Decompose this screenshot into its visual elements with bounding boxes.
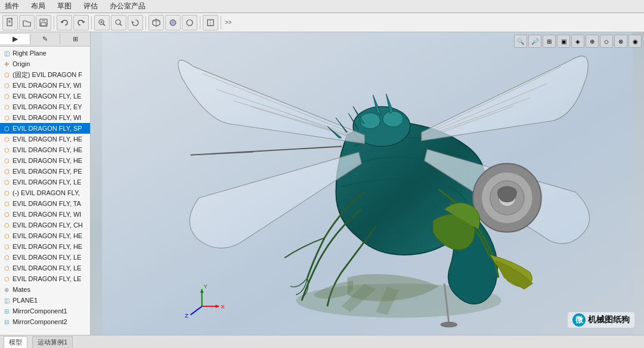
open-button[interactable]	[19, 15, 35, 30]
tree-label-item18: EVIL DRAGON FLY, LE	[13, 254, 81, 261]
tree-item-6-selected[interactable]: ⬡ EVIL DRAGON FLY, SP	[0, 123, 90, 134]
tree-label-mirror2: MirrorComponent2	[13, 318, 67, 325]
svg-line-11	[120, 24, 122, 26]
redo-button[interactable]	[73, 15, 89, 30]
vp-camera[interactable]: ◉	[628, 35, 642, 48]
tree-item-3[interactable]: ⬡ EVIL DRAGON FLY, LE	[0, 91, 90, 101]
svg-point-16	[187, 20, 193, 26]
plane1-icon: ◫	[2, 296, 11, 304]
separator-1	[54, 16, 54, 29]
undo-button[interactable]	[57, 15, 72, 30]
menu-layout[interactable]: 布局	[29, 0, 48, 13]
tree-item-origin[interactable]: ✛ Origin	[0, 58, 90, 69]
zoom-fit-button[interactable]	[111, 15, 126, 30]
watermark: 微 机械图纸狗	[568, 312, 634, 328]
vp-display-mode[interactable]: ◈	[571, 35, 584, 48]
svg-rect-4	[42, 19, 45, 21]
menu-evaluate[interactable]: 评估	[81, 0, 100, 13]
tree-item-18[interactable]: ⬡ EVIL DRAGON FLY, LE	[0, 252, 90, 263]
tree-label-item10: EVIL DRAGON FLY, PE	[13, 168, 82, 175]
component-icon-4: ⬡	[2, 113, 11, 122]
save-button[interactable]	[36, 15, 51, 30]
tree-label-right-plane: Right Plane	[13, 50, 47, 57]
tab-config-manager[interactable]: ⊞	[60, 34, 90, 44]
view3d-button[interactable]	[148, 15, 164, 30]
svg-text:X: X	[221, 303, 225, 310]
tree-label-mates: Mates	[13, 286, 30, 293]
mirror2-icon: ⊟	[2, 318, 11, 326]
menu-plugin[interactable]: 插件	[2, 0, 21, 13]
tree-item-8[interactable]: ⬡ EVIL DRAGON FLY, HE	[0, 144, 90, 155]
section-view-button[interactable]	[203, 15, 218, 30]
vp-section[interactable]: ⊕	[586, 35, 599, 48]
tree-item-mirror1[interactable]: ⊟ MirrorComponent1	[0, 306, 90, 316]
tab-feature-manager[interactable]: ▶	[0, 34, 30, 44]
tree-item-7[interactable]: ⬡ EVIL DRAGON FLY, HE	[0, 134, 90, 144]
component-icon-2: ⬡	[2, 92, 11, 100]
toolbar-expand[interactable]: >>	[224, 18, 233, 27]
tree-item-4[interactable]: ⬡ EVIL DRAGON FLY, EY	[0, 101, 90, 112]
tree-label-item15: EVIL DRAGON FLY, CH	[13, 221, 83, 229]
tree-label-mirror1: MirrorComponent1	[13, 307, 67, 315]
component-icon-12: ⬡	[2, 199, 11, 208]
tree-item-15[interactable]: ⬡ EVIL DRAGON FLY, CH	[0, 220, 90, 230]
tree-label-item9: EVIL DRAGON FLY, HE	[13, 157, 82, 164]
component-icon-0: ⬡	[2, 70, 11, 79]
main-area: ▶ ✎ ⊞ ◫ Right Plane ✛ Origin ⬡ (固定) EVIL…	[0, 32, 644, 335]
status-tab-model[interactable]: 模型	[4, 336, 27, 348]
vp-view-toggle[interactable]: ▣	[557, 35, 570, 48]
tree-item-2[interactable]: ⬡ EVIL DRAGON FLY, WI	[0, 80, 90, 91]
tab-property-manager[interactable]: ✎	[30, 34, 61, 44]
svg-rect-5	[41, 23, 46, 26]
tree-item-12[interactable]: ⬡ (-) EVIL DRAGON FLY,	[0, 187, 90, 198]
tree-item-16[interactable]: ⬡ EVIL DRAGON FLY, HE	[0, 230, 90, 241]
vp-scene[interactable]: ⊗	[614, 35, 627, 48]
component-icon-11: ⬡	[2, 189, 11, 197]
component-icon-10: ⬡	[2, 178, 11, 186]
tree-item-11[interactable]: ⬡ EVIL DRAGON FLY, LE	[0, 177, 90, 187]
viewport-toolbar: 🔍 🔎 ⊞ ▣ ◈ ⊕ ◇ ⊗ ◉	[514, 35, 642, 48]
component-icon-5: ⬡	[2, 124, 11, 133]
vp-zoom-out[interactable]: 🔎	[528, 35, 541, 48]
tree-item-right-plane[interactable]: ◫ Right Plane	[0, 48, 90, 58]
tree-item-9[interactable]: ⬡ EVIL DRAGON FLY, HE	[0, 155, 90, 166]
tree-item-plane1[interactable]: ◫ PLANE1	[0, 295, 90, 306]
tree-label-item13: EVIL DRAGON FLY, TA	[13, 200, 81, 207]
viewport-content: X Y Z	[91, 32, 644, 335]
wireframe-button[interactable]	[182, 15, 197, 30]
vp-fit[interactable]: ⊞	[543, 35, 556, 48]
tree-area: ◫ Right Plane ✛ Origin ⬡ (固定) EVIL DRAGO…	[0, 47, 90, 335]
tree-label-item6: EVIL DRAGON FLY, SP	[13, 125, 82, 132]
svg-text:Y: Y	[203, 283, 208, 290]
svg-point-23	[383, 111, 403, 127]
new-button[interactable]	[2, 15, 18, 30]
shaded-button[interactable]	[165, 15, 181, 30]
tree-item-mates[interactable]: ⊕ Mates	[0, 284, 90, 295]
menu-bar: 插件 布局 草图 评估 办公室产品	[0, 0, 644, 13]
tree-item-5[interactable]: ⬡ EVIL DRAGON FLY, WI	[0, 112, 90, 123]
status-tab-motion[interactable]: 运动算例1	[32, 336, 73, 348]
zoom-button[interactable]	[94, 15, 110, 30]
model-svg: X Y Z	[91, 32, 644, 335]
rotate-button[interactable]	[128, 15, 143, 30]
menu-office[interactable]: 办公室产品	[107, 0, 148, 13]
tree-item-19[interactable]: ⬡ EVIL DRAGON FLY, LE	[0, 263, 90, 273]
tree-item-17[interactable]: ⬡ EVIL DRAGON FLY, HE	[0, 241, 90, 252]
tree-label-item2: EVIL DRAGON FLY, WI	[13, 82, 81, 89]
component-icon-14: ⬡	[2, 221, 11, 229]
vp-zoom-in[interactable]: 🔍	[514, 35, 527, 48]
tree-item-13[interactable]: ⬡ EVIL DRAGON FLY, TA	[0, 198, 90, 209]
component-icon-13: ⬡	[2, 210, 11, 218]
tree-item-mirror2[interactable]: ⊟ MirrorComponent2	[0, 316, 90, 327]
component-icon-16: ⬡	[2, 242, 11, 251]
tree-item-fixed[interactable]: ⬡ (固定) EVIL DRAGON F	[0, 69, 90, 80]
tree-item-10[interactable]: ⬡ EVIL DRAGON FLY, PE	[0, 166, 90, 177]
vp-appearance[interactable]: ◇	[600, 35, 613, 48]
watermark-text: 机械图纸狗	[588, 315, 630, 325]
left-panel-tabs: ▶ ✎ ⊞	[0, 32, 90, 47]
viewport[interactable]: X Y Z 🔍 🔎 ⊞ ▣ ◈ ⊕ ◇ ⊗ ◉ 微 机械图纸狗	[91, 32, 644, 335]
component-icon-7: ⬡	[2, 146, 11, 154]
tree-item-20[interactable]: ⬡ EVIL DRAGON FLY, LE	[0, 273, 90, 284]
tree-item-14[interactable]: ⬡ EVIL DRAGON FLY, WI	[0, 209, 90, 220]
menu-sketch[interactable]: 草图	[55, 0, 74, 13]
